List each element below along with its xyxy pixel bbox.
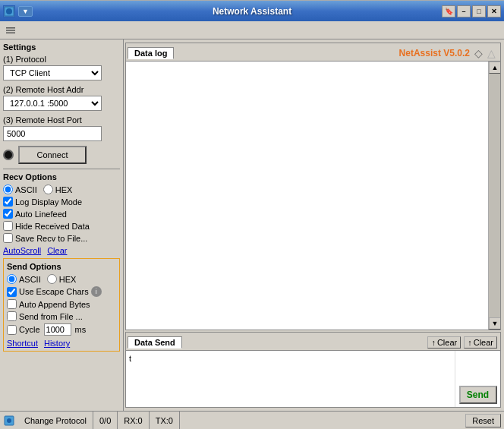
send-ascii-radio[interactable]: [7, 274, 17, 284]
protocol-select[interactable]: TCP Client: [3, 65, 102, 80]
version-label: NetAssist V5.0.2: [399, 48, 470, 58]
protocol-select-wrapper[interactable]: TCP Client: [3, 65, 102, 80]
protocol-group: (1) Protocol TCP Client: [3, 55, 120, 80]
title-bar-left: ▼: [3, 5, 33, 17]
autoscroll-link[interactable]: AutoScroll: [3, 246, 41, 255]
recv-ascii-label[interactable]: ASCII: [3, 185, 37, 194]
send-clear1-btn[interactable]: ↑ Clear: [427, 336, 461, 349]
status-protocol-section: Change Protocol: [18, 412, 93, 429]
svg-rect-4: [6, 32, 15, 33]
scroll-down-btn[interactable]: ▼: [489, 317, 500, 330]
window-title: Network Assistant: [213, 6, 291, 17]
data-send-content-row: t Send: [126, 351, 500, 407]
remote-host-select-wrapper[interactable]: 127.0.0.1 :5000: [3, 96, 102, 111]
bookmark-btn[interactable]: 🔖: [442, 5, 455, 17]
status-bar: Change Protocol 0/0 RX:0 TX:0 Reset: [0, 411, 504, 429]
remote-port-input[interactable]: 5000: [3, 126, 102, 141]
svg-point-6: [7, 418, 11, 423]
hide-received-row: Hide Received Data: [3, 221, 120, 231]
remote-host-group: (2) Remote Host Addr 127.0.0.1 :5000: [3, 85, 120, 111]
save-recv-checkbox[interactable]: [3, 233, 13, 243]
recv-hex-radio[interactable]: [43, 185, 53, 194]
svg-rect-2: [6, 27, 15, 29]
send-options-title: Send Options: [7, 262, 116, 271]
diamond-icon: ◇: [474, 47, 483, 59]
svg-rect-3: [6, 30, 15, 31]
connect-radio-indicator: [3, 150, 14, 160]
protocol-label: (1) Protocol: [3, 55, 120, 64]
data-log-wrapper: Data log NetAssist V5.0.2 ◇ △ ▲ ▼: [125, 43, 501, 330]
settings-icon[interactable]: [3, 23, 18, 38]
title-bar-controls: 🔖 – □ ✕: [442, 5, 501, 17]
status-tx-section: TX:0: [150, 412, 180, 429]
remote-host-select[interactable]: 127.0.0.1 :5000: [3, 96, 102, 111]
scroll-up-btn[interactable]: ▲: [489, 62, 500, 74]
recv-options-section: Recv Options ASCII HEX Log Display Mode …: [3, 172, 120, 255]
auto-append-checkbox[interactable]: [7, 299, 17, 309]
title-bar: ▼ Network Assistant 🔖 – □ ✕: [0, 0, 504, 21]
send-links-row: Shortcut History: [7, 339, 116, 348]
status-rx: RX:0: [124, 416, 142, 425]
maximize-btn[interactable]: □: [472, 5, 486, 17]
minimize-btn[interactable]: –: [457, 5, 471, 17]
data-log-content-row: ▲ ▼: [126, 62, 500, 330]
status-icon-area: [3, 415, 15, 427]
auto-append-row: Auto Append Bytes: [7, 299, 116, 309]
right-panel: Data log NetAssist V5.0.2 ◇ △ ▲ ▼: [124, 39, 504, 411]
recv-hex-label[interactable]: HEX: [43, 185, 73, 194]
cycle-row: Cycle ms: [7, 323, 116, 336]
send-button[interactable]: Send: [459, 386, 497, 404]
left-panel: Settings (1) Protocol TCP Client (2) Rem…: [0, 39, 124, 411]
auto-linefeed-row: Auto Linefeed: [3, 209, 120, 219]
log-display-row: Log Display Mode: [3, 197, 120, 207]
log-display-checkbox[interactable]: [3, 197, 13, 207]
close-btn[interactable]: ✕: [487, 5, 501, 17]
status-rx-section: RX:0: [118, 412, 149, 429]
use-escape-checkbox[interactable]: [7, 287, 17, 297]
data-send-wrapper: Data Send ↑ Clear ↑ Clear t: [125, 332, 501, 408]
settings-section: Settings (1) Protocol TCP Client (2) Rem…: [3, 43, 120, 164]
send-clear2-btn[interactable]: ↑ Clear: [464, 336, 497, 349]
send-ascii-label[interactable]: ASCII: [7, 274, 41, 284]
data-log-header: Data log NetAssist V5.0.2 ◇ △: [126, 43, 500, 62]
send-hex-label[interactable]: HEX: [47, 274, 77, 284]
auto-linefeed-checkbox[interactable]: [3, 209, 13, 219]
main-layout: Settings (1) Protocol TCP Client (2) Rem…: [0, 39, 504, 411]
clear1-up-icon: ↑: [431, 338, 436, 347]
cycle-checkbox[interactable]: [7, 325, 17, 335]
data-send-tab[interactable]: Data Send: [128, 336, 182, 349]
status-reset-area: Reset: [465, 414, 501, 427]
data-log-header-right: NetAssist V5.0.2 ◇ △: [399, 47, 496, 59]
send-encoding-row: ASCII HEX: [7, 274, 116, 284]
settings-title: Settings: [3, 43, 120, 52]
cycle-value-input[interactable]: [44, 323, 71, 336]
recv-ascii-radio[interactable]: [3, 185, 13, 194]
send-hex-radio[interactable]: [47, 274, 57, 284]
status-network-icon: [3, 415, 15, 427]
history-link[interactable]: History: [44, 339, 70, 348]
recv-options-title: Recv Options: [3, 172, 120, 181]
shortcut-link[interactable]: Shortcut: [7, 339, 38, 348]
send-textarea[interactable]: t: [126, 351, 455, 407]
escape-info-icon[interactable]: i: [91, 286, 102, 297]
hide-received-checkbox[interactable]: [3, 221, 13, 231]
save-recv-row: Save Recv to File...: [3, 233, 120, 243]
reset-button[interactable]: Reset: [465, 414, 501, 427]
data-send-header-controls: ↑ Clear ↑ Clear: [427, 336, 497, 349]
toolbar: [0, 21, 504, 39]
connect-button[interactable]: Connect: [18, 146, 87, 164]
scroll-track: [489, 74, 500, 317]
use-escape-row: Use Escape Chars i: [7, 286, 116, 297]
remote-port-group: (3) Remote Host Port 5000: [3, 115, 120, 141]
clear2-up-icon: ↑: [468, 338, 472, 347]
send-options-box: Send Options ASCII HEX Use Escape Chars …: [3, 258, 120, 352]
app-icon: [3, 5, 15, 17]
send-from-file-checkbox[interactable]: [7, 311, 17, 321]
recv-links-row: AutoScroll Clear: [3, 246, 120, 255]
menu-dropdown-btn[interactable]: ▼: [18, 6, 33, 17]
send-from-file-row: Send from File ...: [7, 311, 116, 321]
connect-row: Connect: [3, 146, 120, 164]
data-log-content: [126, 62, 488, 330]
data-log-tab[interactable]: Data log: [128, 47, 174, 59]
recv-clear-link[interactable]: Clear: [47, 246, 67, 255]
